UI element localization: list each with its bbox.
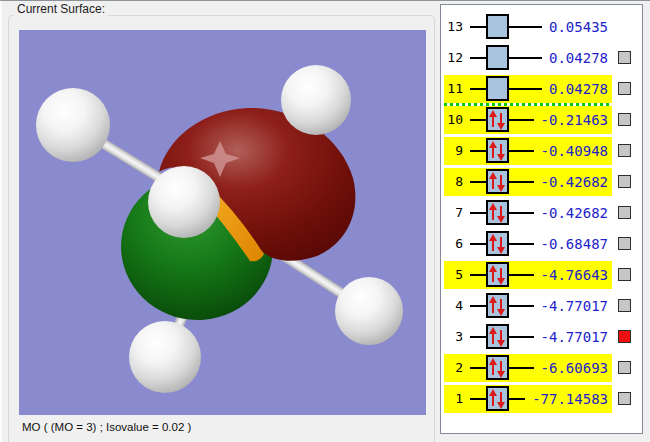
spin-up-arrow: [492, 298, 494, 313]
window-left-edge: [0, 1, 2, 442]
mo-energy: -6.60693: [541, 360, 608, 376]
mo-checkbox[interactable]: [618, 206, 631, 219]
level-line-right: [509, 243, 534, 245]
mo-energy-level[interactable]: 9 -0.40948: [444, 137, 612, 165]
orbital-box[interactable]: [486, 386, 509, 411]
mo-energy-level[interactable]: 12 0.04278: [444, 44, 612, 72]
mo-number: 11: [444, 82, 463, 95]
mo-checkbox[interactable]: [618, 268, 631, 281]
spin-up-arrow: [492, 236, 494, 251]
mo-list-panel[interactable]: 13 0.05435 12 0.04278 11: [440, 4, 643, 434]
mo-energy-level[interactable]: 11 0.04278: [444, 75, 612, 103]
mo-checkbox[interactable]: [618, 237, 631, 250]
mo-number: 4: [444, 299, 463, 312]
mo-number: 1: [444, 392, 463, 405]
mo-number: 6: [444, 237, 463, 250]
level-line-left: [470, 119, 486, 121]
level-line-right: [509, 119, 534, 121]
mo-energy: -4.77017: [541, 298, 608, 314]
groupbox-title: Current Surface:: [14, 2, 108, 16]
window-top-edge: [0, 0, 650, 1]
spin-up-arrow: [492, 267, 494, 282]
mo-number: 9: [444, 144, 463, 157]
orbital-box[interactable]: [486, 138, 509, 163]
spin-up-arrow: [492, 391, 494, 406]
mo-energy: 0.04278: [549, 50, 608, 66]
mo-number: 8: [444, 175, 463, 188]
mo-energy: -0.40948: [541, 143, 608, 159]
mo-energy-level[interactable]: 1 -77.14583: [444, 385, 612, 413]
level-line-left: [470, 305, 486, 307]
level-line-right: [509, 305, 534, 307]
hydrogen-atom: [335, 277, 403, 345]
mo-checkbox[interactable]: [618, 113, 631, 126]
mo-energy: -0.42682: [541, 174, 608, 190]
mo-number: 10: [444, 113, 463, 126]
mo-checkbox[interactable]: [618, 82, 631, 95]
spin-down-arrow: [500, 392, 502, 407]
level-line-right: [509, 150, 534, 152]
orbital-box[interactable]: [486, 293, 509, 318]
level-line-left: [470, 26, 486, 28]
level-line-right: [509, 367, 534, 369]
mo-checkbox[interactable]: [618, 175, 631, 188]
mo-energy: -4.77017: [541, 329, 608, 345]
level-line-right: [509, 57, 542, 59]
mo-energy-level[interactable]: 3 -4.77017: [444, 323, 612, 351]
mo-checkbox[interactable]: [618, 361, 631, 374]
mo-number: 2: [444, 361, 463, 374]
mo-energy-level[interactable]: 4 -4.77017: [444, 292, 612, 320]
mo-energy-level[interactable]: 6 -0.68487: [444, 230, 612, 258]
orbital-box[interactable]: [486, 355, 509, 380]
orbital-box[interactable]: [486, 169, 509, 194]
mo-row: 13 0.05435: [441, 11, 642, 42]
mo-energy: -4.76643: [541, 267, 608, 283]
mo-checkbox[interactable]: [618, 392, 631, 405]
spin-down-arrow: [500, 237, 502, 252]
level-line-left: [470, 367, 486, 369]
level-line-right: [509, 274, 534, 276]
orbital-box[interactable]: [486, 14, 509, 39]
molecule-viewport[interactable]: [19, 30, 426, 415]
mo-energy: -0.42682: [541, 205, 608, 221]
spin-up-arrow: [492, 205, 494, 220]
level-line-right: [509, 181, 534, 183]
mo-number: 3: [444, 330, 463, 343]
mo-row: 4 -4.77017: [441, 290, 642, 321]
mo-isosurface-render: [19, 30, 426, 415]
mo-checkbox[interactable]: [618, 144, 631, 157]
mo-checkbox[interactable]: [618, 330, 631, 343]
spin-down-arrow: [500, 206, 502, 221]
mo-energy-level[interactable]: 2 -6.60693: [444, 354, 612, 382]
mo-energy: -0.68487: [541, 236, 608, 252]
orbital-box[interactable]: [486, 324, 509, 349]
orbital-box[interactable]: [486, 200, 509, 225]
orbital-box[interactable]: [486, 76, 509, 101]
level-line-left: [470, 336, 486, 338]
mo-row: 11 0.04278: [441, 73, 642, 104]
mo-rows: 13 0.05435 12 0.04278 11: [441, 11, 642, 414]
mo-energy: -77.14583: [532, 391, 608, 407]
spin-down-arrow: [500, 144, 502, 159]
level-line-left: [470, 398, 486, 400]
orbital-box[interactable]: [486, 45, 509, 70]
mo-energy-level[interactable]: 5 -4.76643: [444, 261, 612, 289]
orbital-box[interactable]: [486, 107, 509, 132]
orbital-box[interactable]: [486, 231, 509, 256]
mo-energy-level[interactable]: 10 -0.21463: [444, 106, 612, 134]
level-line-left: [470, 212, 486, 214]
hydrogen-atom: [129, 321, 201, 393]
mo-row: 8 -0.42682: [441, 166, 642, 197]
spin-up-arrow: [492, 174, 494, 189]
mo-checkbox[interactable]: [618, 299, 631, 312]
spin-up-arrow: [492, 143, 494, 158]
spin-up-arrow: [492, 360, 494, 375]
spin-down-arrow: [500, 299, 502, 314]
spin-down-arrow: [500, 113, 502, 128]
mo-energy-level[interactable]: 13 0.05435: [444, 13, 612, 41]
mo-energy-level[interactable]: 7 -0.42682: [444, 199, 612, 227]
mo-energy-level[interactable]: 8 -0.42682: [444, 168, 612, 196]
level-line-left: [470, 181, 486, 183]
orbital-box[interactable]: [486, 262, 509, 287]
mo-checkbox[interactable]: [618, 51, 631, 64]
